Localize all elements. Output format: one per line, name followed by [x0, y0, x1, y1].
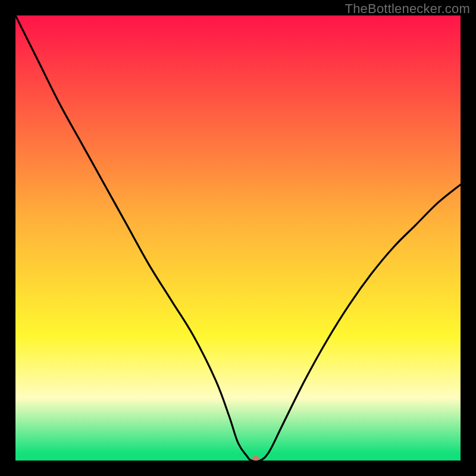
watermark-text: TheBottlenecker.com [345, 1, 470, 17]
bottleneck-chart [15, 15, 461, 461]
chart-frame: TheBottlenecker.com [0, 0, 476, 476]
optimum-marker [252, 456, 259, 461]
gradient-background [15, 15, 461, 461]
plot-area [15, 15, 461, 461]
